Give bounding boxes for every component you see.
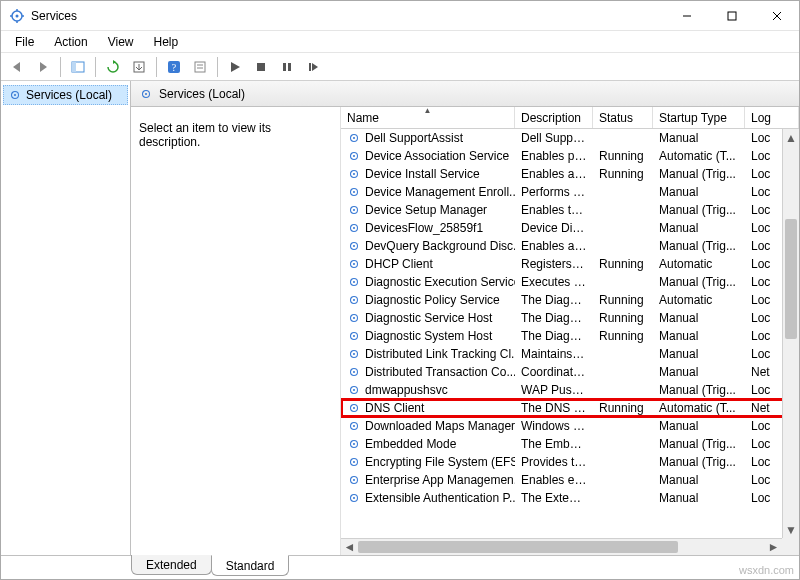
stop-service-button[interactable] (249, 55, 273, 79)
service-startup-type: Manual (Trig... (653, 383, 745, 397)
service-description: Registers an... (515, 257, 593, 271)
gear-icon (347, 437, 361, 451)
help-button[interactable]: ? (162, 55, 186, 79)
console-tree[interactable]: Services (Local) (1, 81, 131, 555)
service-row[interactable]: Downloaded Maps ManagerWindows se...Manu… (341, 417, 799, 435)
scroll-left-button[interactable]: ◄ (341, 539, 358, 555)
service-name: Dell SupportAssist (365, 131, 463, 145)
svg-point-29 (14, 94, 16, 96)
start-service-button[interactable] (223, 55, 247, 79)
tab-extended[interactable]: Extended (131, 555, 212, 575)
details-header-title: Services (Local) (159, 87, 245, 101)
service-row[interactable]: DHCP ClientRegisters an...RunningAutomat… (341, 255, 799, 273)
svg-point-61 (353, 389, 355, 391)
service-rows[interactable]: Dell SupportAssistDell Suppor...ManualLo… (341, 129, 799, 555)
details-pane: Services (Local) Select an item to view … (131, 81, 799, 555)
service-row[interactable]: dmwappushsvcWAP Push ...Manual (Trig...L… (341, 381, 799, 399)
horizontal-scrollbar[interactable]: ◄ ► (341, 538, 782, 555)
service-description: Provides th... (515, 455, 593, 469)
gear-icon (347, 347, 361, 361)
close-button[interactable] (754, 1, 799, 31)
menu-help[interactable]: Help (144, 33, 189, 51)
toolbar: ? (1, 53, 799, 81)
service-row[interactable]: Embedded ModeThe Embed...Manual (Trig...… (341, 435, 799, 453)
svg-marker-11 (40, 62, 47, 72)
service-row[interactable]: Device Setup ManagerEnables the ...Manua… (341, 201, 799, 219)
service-name: Extensible Authentication P... (365, 491, 515, 505)
gear-icon (139, 87, 153, 101)
scroll-thumb[interactable] (358, 541, 678, 553)
service-description: Dell Suppor... (515, 131, 593, 145)
forward-button[interactable] (31, 55, 55, 79)
column-startup-type[interactable]: Startup Type (653, 107, 745, 128)
service-row[interactable]: Distributed Link Tracking Cl...Maintains… (341, 345, 799, 363)
menu-view[interactable]: View (98, 33, 144, 51)
gear-icon (347, 329, 361, 343)
service-name: Diagnostic Service Host (365, 311, 492, 325)
service-row[interactable]: Dell SupportAssistDell Suppor...ManualLo… (341, 129, 799, 147)
service-row[interactable]: Distributed Transaction Co...Coordinates… (341, 363, 799, 381)
service-row[interactable]: Encrypting File System (EFS)Provides th.… (341, 453, 799, 471)
service-row[interactable]: DevicesFlow_25859f1Device Disc...ManualL… (341, 219, 799, 237)
column-headers: Name ▲ Description Status Startup Type L… (341, 107, 799, 129)
column-name[interactable]: Name ▲ (341, 107, 515, 128)
service-row[interactable]: Enterprise App Managemen...Enables ent..… (341, 471, 799, 489)
properties-button[interactable] (188, 55, 212, 79)
tree-item-services-local[interactable]: Services (Local) (3, 85, 128, 105)
service-status: Running (593, 329, 653, 343)
menu-action[interactable]: Action (44, 33, 97, 51)
service-row[interactable]: DevQuery Background Disc...Enables app..… (341, 237, 799, 255)
svg-point-63 (353, 407, 355, 409)
service-status: Running (593, 149, 653, 163)
svg-point-71 (353, 479, 355, 481)
svg-point-33 (353, 137, 355, 139)
tab-standard[interactable]: Standard (211, 555, 290, 576)
export-list-button[interactable] (127, 55, 151, 79)
service-name: DevicesFlow_25859f1 (365, 221, 483, 235)
service-row[interactable]: Device Association ServiceEnables pair..… (341, 147, 799, 165)
svg-point-37 (353, 173, 355, 175)
service-row[interactable]: Diagnostic Execution ServiceExecutes dia… (341, 273, 799, 291)
watermark: wsxdn.com (739, 564, 794, 576)
window-title: Services (31, 9, 77, 23)
show-hide-tree-button[interactable] (66, 55, 90, 79)
menu-file[interactable]: File (5, 33, 44, 51)
scroll-up-button[interactable]: ▲ (783, 129, 799, 146)
scroll-down-button[interactable]: ▼ (783, 521, 799, 538)
column-status[interactable]: Status (593, 107, 653, 128)
scroll-thumb[interactable] (785, 219, 797, 339)
column-description[interactable]: Description (515, 107, 593, 128)
svg-marker-27 (312, 63, 318, 71)
maximize-button[interactable] (709, 1, 754, 31)
menu-bar: File Action View Help (1, 31, 799, 53)
service-startup-type: Automatic (T... (653, 149, 745, 163)
column-log-on-as[interactable]: Log (745, 107, 799, 128)
restart-service-button[interactable] (301, 55, 325, 79)
pause-service-button[interactable] (275, 55, 299, 79)
gear-icon (347, 257, 361, 271)
service-row[interactable]: DNS ClientThe DNS Cli...RunningAutomatic… (341, 399, 799, 417)
description-pane: Select an item to view its description. (131, 107, 341, 555)
service-row[interactable]: Device Management Enroll...Performs D...… (341, 183, 799, 201)
column-label: Name (347, 111, 379, 125)
service-row[interactable]: Diagnostic Policy ServiceThe Diagno...Ru… (341, 291, 799, 309)
refresh-button[interactable] (101, 55, 125, 79)
service-description: Coordinates... (515, 365, 593, 379)
service-row[interactable]: Diagnostic Service HostThe Diagno...Runn… (341, 309, 799, 327)
tree-item-label: Services (Local) (26, 88, 112, 102)
svg-point-55 (353, 335, 355, 337)
service-row[interactable]: Diagnostic System HostThe Diagno...Runni… (341, 327, 799, 345)
toolbar-separator (95, 57, 96, 77)
service-name: DNS Client (365, 401, 424, 415)
svg-point-59 (353, 371, 355, 373)
service-row[interactable]: Extensible Authentication P...The Extens… (341, 489, 799, 507)
service-description: The DNS Cli... (515, 401, 593, 415)
svg-rect-23 (257, 63, 265, 71)
svg-point-1 (16, 14, 19, 17)
back-button[interactable] (5, 55, 29, 79)
minimize-button[interactable] (664, 1, 709, 31)
svg-rect-13 (72, 62, 76, 72)
scroll-right-button[interactable]: ► (765, 539, 782, 555)
service-row[interactable]: Device Install ServiceEnables a c...Runn… (341, 165, 799, 183)
vertical-scrollbar[interactable]: ▲ ▼ (782, 129, 799, 538)
